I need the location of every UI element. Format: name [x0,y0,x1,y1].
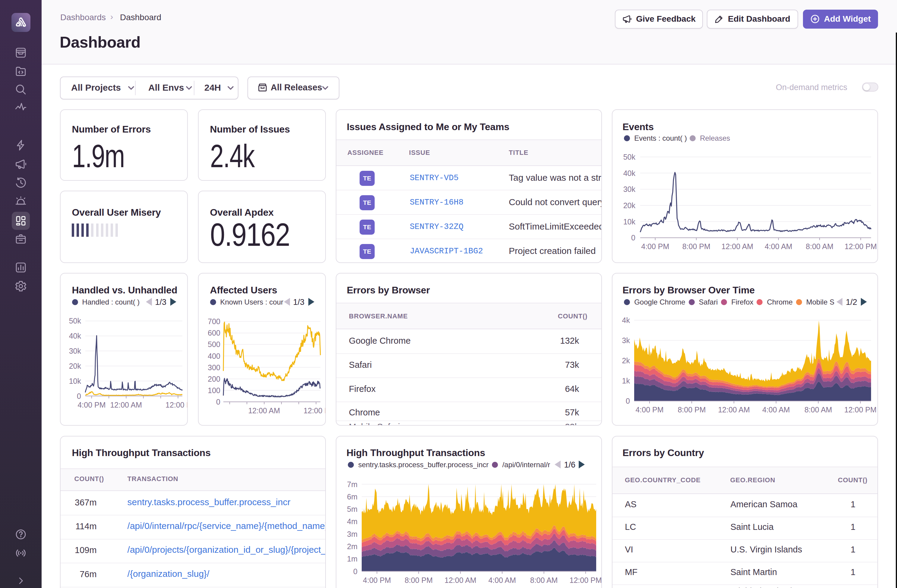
svg-text:600: 600 [208,328,220,337]
svg-text:8:00 PM: 8:00 PM [683,242,710,250]
svg-text:3m: 3m [347,530,358,538]
svg-text:0: 0 [626,397,630,405]
svg-text:12:00 PM: 12:00 PM [844,405,877,414]
svg-text:12:00 P: 12:00 P [165,401,188,409]
svg-text:400: 400 [208,352,220,360]
svg-text:8:00 AM: 8:00 AM [804,405,832,414]
svg-text:300: 300 [208,363,220,372]
svg-text:4:00 PM: 4:00 PM [641,242,669,250]
svg-text:12:00 P: 12:00 P [303,406,326,415]
svg-text:500: 500 [208,340,220,348]
svg-text:4:00 PM: 4:00 PM [363,576,391,584]
svg-text:30k: 30k [623,185,636,193]
svg-text:100: 100 [208,386,220,395]
svg-text:4:00 PM: 4:00 PM [636,405,664,414]
svg-text:0: 0 [353,567,357,576]
svg-text:1m: 1m [347,554,358,563]
svg-text:40k: 40k [69,331,81,340]
svg-text:4m: 4m [347,517,358,525]
svg-text:6m: 6m [347,492,358,501]
svg-text:2k: 2k [622,356,630,365]
svg-text:8:00 PM: 8:00 PM [678,405,706,414]
svg-text:1k: 1k [622,377,630,385]
svg-text:8:00 AM: 8:00 AM [530,576,558,584]
svg-text:4k: 4k [622,316,630,324]
svg-text:0: 0 [216,398,220,406]
svg-text:10k: 10k [69,377,81,385]
svg-text:4:00 AM: 4:00 AM [762,405,790,414]
svg-text:12:00 PM: 12:00 PM [569,576,602,584]
svg-text:10k: 10k [623,217,636,226]
svg-text:8:00 AM: 8:00 AM [806,242,834,250]
svg-text:4:00 PM: 4:00 PM [78,401,106,409]
svg-text:2m: 2m [347,542,358,551]
svg-text:200: 200 [208,375,220,383]
svg-text:4:00 AM: 4:00 AM [488,576,516,584]
svg-text:12:00 AM: 12:00 AM [445,576,476,584]
svg-text:0: 0 [631,234,635,242]
svg-text:700: 700 [208,317,220,325]
svg-text:50k: 50k [69,316,81,325]
svg-text:0: 0 [77,392,81,400]
svg-text:30k: 30k [69,347,81,355]
svg-text:20k: 20k [69,362,81,370]
svg-text:8:00 PM: 8:00 PM [405,576,433,584]
svg-text:12:00 PM: 12:00 PM [845,242,877,250]
svg-text:5m: 5m [347,505,358,513]
svg-text:50k: 50k [623,153,636,161]
svg-text:12:00 AM: 12:00 AM [722,242,753,250]
svg-text:3k: 3k [622,336,630,345]
svg-text:12:00 AM: 12:00 AM [718,405,750,414]
svg-text:12:00 AM: 12:00 AM [110,401,142,409]
svg-text:4:00 AM: 4:00 AM [765,242,792,250]
svg-text:20k: 20k [623,201,636,210]
svg-text:12:00 AM: 12:00 AM [248,406,280,415]
svg-text:7m: 7m [347,480,358,489]
svg-text:40k: 40k [623,169,636,177]
